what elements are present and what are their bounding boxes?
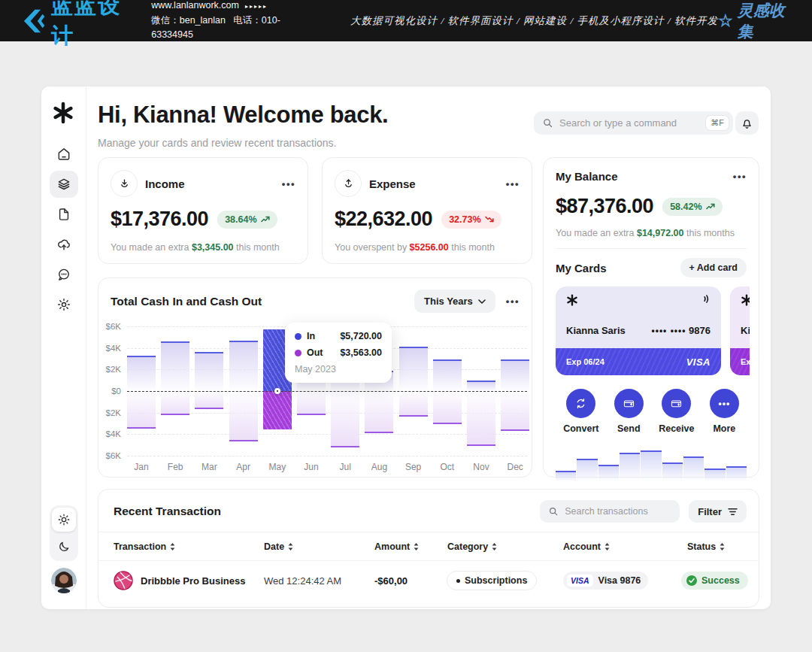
sidebar-item-documents[interactable] [50,201,78,228]
transactions-search-input[interactable]: Search transactions [540,500,680,523]
sidebar [41,86,86,609]
x-tick-label: Mar [201,462,217,472]
mini-bar-22 [620,453,640,481]
search-input[interactable]: Search or type a command ⌘F [534,111,733,135]
balance-badge: 58.42% [662,198,722,216]
transaction-date: Wed 12:24:42 AM [264,575,341,587]
column-header-account[interactable]: Account [563,541,610,552]
bar-in-oct[interactable] [433,359,462,391]
collect-logo: ☆ 灵感收集 [718,0,792,42]
bar-out-nov[interactable] [467,391,495,446]
card-last4: 9876 [689,325,710,336]
sidebar-item-dashboard[interactable] [50,171,78,198]
y-tick-label: $0 [111,387,121,396]
column-header-status[interactable]: Status [687,541,725,552]
filter-button[interactable]: Filter [689,500,747,523]
check-circle-icon [686,575,697,586]
balance-card: My Balance ••• $87,376.00 58.42% You mad… [543,157,759,478]
bar-out-feb[interactable] [161,391,189,415]
bar-out-jul[interactable] [331,391,359,447]
x-tick-label: May [268,462,286,472]
send-button[interactable]: Send [614,389,644,434]
x-tick-label: Apr [236,462,250,472]
credit-card-primary[interactable]: Kianna Saris •••• •••• 9876 Exp 06/24 VI… [556,287,721,375]
income-menu-button[interactable]: ••• [282,178,295,190]
bar-out-jan[interactable] [127,391,156,429]
column-header-transaction[interactable]: Transaction [114,541,175,552]
cards-carousel[interactable]: Kianna Saris •••• •••• 9876 Exp 06/24 VI… [556,287,750,375]
y-tick-label: $4K [106,344,121,353]
column-header-amount[interactable]: Amount [374,541,419,552]
tooltip-in-value: $5,720.00 [340,331,382,341]
balance-value: $87,376.00 [556,195,653,218]
light-mode-button[interactable] [52,508,76,532]
contactless-icon [701,294,710,304]
bar-out-mar[interactable] [195,391,223,409]
chat-icon [56,267,71,282]
bell-icon [741,117,753,129]
dark-mode-button[interactable] [52,535,76,559]
bar-out-oct[interactable] [433,391,462,424]
transactions-card: Recent Transaction Search transactions F… [98,489,759,608]
sun-icon [57,513,71,526]
bar-out-dec[interactable] [501,391,529,431]
table-row[interactable]: Dribbble Pro Business Wed 12:24:42 AM -$… [98,561,759,600]
column-header-date[interactable]: Date [264,541,293,552]
sort-icon [720,543,725,550]
bar-in-nov[interactable] [467,381,495,391]
more-button[interactable]: ••• More [710,389,739,434]
mini-bar-23 [641,450,661,481]
mini-bar-26 [704,469,725,481]
income-note: You made an extra $3,345.00 this month [111,242,295,253]
filter-icon [728,508,738,516]
bar-out-may[interactable] [263,391,292,429]
x-tick-label: Jul [340,462,351,472]
gridline [127,456,527,456]
credit-card-secondary[interactable]: Kianna Saris Exp 06/24 [730,287,750,375]
mini-bar-25 [683,456,704,481]
more-dots-icon: ••• [710,389,739,418]
bar-in-sep[interactable] [399,347,428,391]
expense-badge: 32.73% [441,211,501,229]
collect-label: 灵感收集 [738,0,792,42]
dribbble-icon [114,571,133,590]
receive-button[interactable]: Receive [659,389,694,434]
sidebar-item-cloud[interactable] [50,231,78,258]
add-card-button[interactable]: + Add card [680,258,747,277]
user-avatar[interactable] [51,568,77,593]
sidebar-item-home[interactable] [50,141,78,168]
bar-out-aug[interactable] [365,391,393,433]
bar-in-apr[interactable] [229,341,258,391]
expense-note: You overspent by $5256.00 this month [335,242,520,253]
sidebar-item-settings[interactable] [50,291,78,318]
sort-icon [414,543,419,550]
banner-site[interactable]: www.lanlanwork.com [151,0,239,11]
bar-in-mar[interactable] [195,352,223,391]
transaction-amount: -$60,00 [374,575,408,587]
bar-in-feb[interactable] [161,341,189,391]
x-tick-label: Jun [304,462,318,472]
card-masked-digits: •••• •••• [652,326,686,336]
sidebar-item-messages[interactable] [50,261,78,288]
x-tick-label: Oct [440,462,454,472]
banner-wechat: 微信：ben_lanlan [151,15,226,26]
tooltip-out-value: $3,563.00 [340,347,382,358]
convert-button[interactable]: Convert [563,389,598,434]
bar-in-jan[interactable] [127,356,156,391]
account-pill: VISAVisa 9876 [563,572,648,590]
column-header-category[interactable]: Category [447,541,497,552]
lanlan-logo-icon [20,7,45,35]
sort-icon [288,543,293,550]
expense-menu-button[interactable]: ••• [506,178,520,190]
bar-in-dec[interactable] [501,359,529,391]
balance-menu-button[interactable]: ••• [733,171,747,182]
notifications-button[interactable] [735,111,759,135]
card-logo-asterisk-icon [741,294,750,306]
x-tick-label: Feb [168,462,183,472]
visa-logo: VISA [686,356,710,368]
bar-out-sep[interactable] [399,391,428,417]
bar-out-apr[interactable] [229,391,258,441]
income-download-icon [111,170,138,197]
bar-out-jun[interactable] [297,391,326,415]
highlight-marker-dot [274,388,280,394]
